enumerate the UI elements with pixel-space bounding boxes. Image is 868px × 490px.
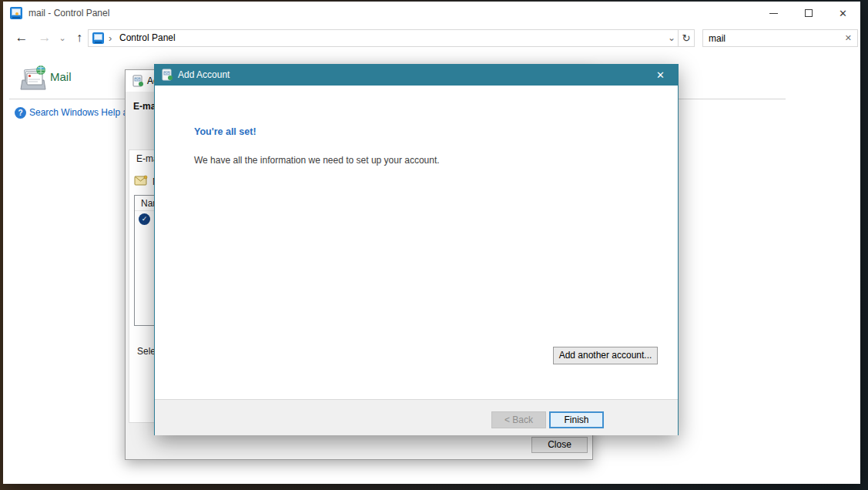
- all-set-headline: You're all set!: [194, 126, 256, 137]
- recent-pages-dropdown[interactable]: ⌄: [55, 25, 69, 51]
- finish-button[interactable]: Finish: [549, 411, 604, 428]
- add-account-title: Add Account: [178, 65, 230, 86]
- new-envelope-icon: [134, 175, 148, 186]
- up-icon: ↑: [76, 31, 82, 45]
- minimize-button[interactable]: [756, 2, 791, 25]
- window-title: mail - Control Panel: [28, 2, 109, 25]
- desktop: { "window": { "title": "mail - Control P…: [0, 0, 868, 490]
- control-panel-icon: [10, 7, 22, 19]
- account-settings-icon: [132, 75, 144, 87]
- add-account-dialog: Add Account ✕ You're all set! We have al…: [154, 64, 679, 435]
- dialog-close-icon: ✕: [656, 69, 665, 81]
- address-dropdown-icon[interactable]: ⌄: [668, 30, 675, 46]
- back-button-disabled: < Back: [491, 411, 546, 428]
- new-account-button[interactable]: New...: [134, 175, 148, 189]
- breadcrumb[interactable]: Control Panel: [119, 30, 176, 46]
- address-control-panel-icon: [92, 32, 104, 44]
- add-account-titlebar: Add Account ✕: [155, 65, 678, 86]
- close-button[interactable]: ✕: [826, 2, 860, 25]
- maximize-icon: [805, 9, 813, 17]
- forward-icon: →: [39, 30, 52, 45]
- search-input[interactable]: [709, 31, 836, 45]
- back-button[interactable]: ←: [11, 25, 32, 51]
- dialog-close-button[interactable]: ✕: [643, 65, 678, 86]
- applet-title: Mail: [50, 70, 72, 83]
- address-icon-base: [95, 42, 102, 43]
- all-set-message: We have all the information we need to s…: [194, 155, 440, 166]
- back-icon: ←: [15, 30, 28, 45]
- close-icon: ✕: [839, 8, 847, 19]
- control-panel-icon-picture: [15, 12, 18, 15]
- add-account-icon: [161, 69, 173, 81]
- control-panel-icon-base: [12, 17, 20, 18]
- search-box: ✕: [702, 29, 858, 47]
- close-account-settings-button[interactable]: Close: [531, 437, 588, 453]
- search-clear-icon[interactable]: ✕: [845, 30, 852, 46]
- help-icon: ?: [15, 107, 26, 119]
- navigation-bar: ← → ⌄ ↑ › Control Panel ⌄ ↻ ✕: [3, 25, 860, 51]
- forward-button-disabled: →: [34, 25, 55, 51]
- titlebar: mail - Control Panel ✕: [3, 2, 860, 25]
- mail-applet-icon: [19, 65, 47, 91]
- up-button[interactable]: ↑: [69, 25, 89, 51]
- refresh-button[interactable]: ↻: [678, 30, 694, 46]
- control-panel-icon-screen: [12, 8, 21, 15]
- breadcrumb-chevron-icon: ›: [109, 30, 112, 46]
- chevron-down-icon: ⌄: [59, 33, 65, 43]
- address-bar[interactable]: › Control Panel ⌄ ↻: [88, 29, 695, 47]
- caption-buttons: ✕: [756, 2, 860, 25]
- maximize-button[interactable]: [791, 2, 826, 25]
- minimize-icon: [769, 13, 778, 14]
- address-icon-screen: [94, 34, 102, 40]
- add-another-account-button[interactable]: Add another account...: [553, 347, 658, 364]
- account-check-icon: ✓: [139, 213, 150, 225]
- dialog-footer: < Back Finish: [155, 400, 678, 435]
